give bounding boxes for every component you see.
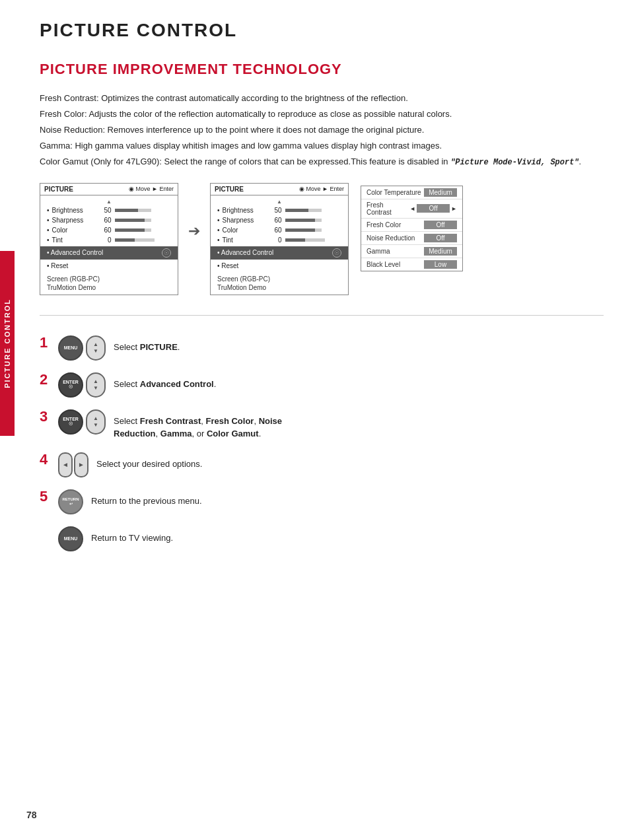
- scroll-button-2[interactable]: ▲ ▼: [86, 372, 106, 398]
- step-4-icons: ◄ ►: [58, 452, 88, 477]
- menu-row-reset-left: • Reset: [40, 261, 178, 271]
- screens-container: PICTURE ◉ Move ► Enter ▲ • Brightness 50…: [40, 183, 604, 295]
- screen-label-left: Screen (RGB-PC): [47, 275, 171, 283]
- trumotion-label-left: TruMotion Demo: [47, 283, 171, 292]
- trumotion-label-right: TruMotion Demo: [217, 283, 341, 292]
- step-final: 0 MENU Return to TV viewing.: [40, 526, 604, 551]
- picture-header-left: PICTURE ◉ Move ► Enter: [40, 184, 178, 195]
- step-3-text: Select Fresh Contrast, Fresh Color, Nois…: [114, 409, 282, 440]
- scroll-button-3[interactable]: ▲ ▼: [86, 409, 106, 435]
- picture-label-right: PICTURE: [215, 186, 244, 193]
- picture-footer-right: Screen (RGB-PC) TruMotion Demo: [211, 273, 348, 295]
- menu-button-final[interactable]: MENU: [58, 526, 83, 551]
- divider: [40, 315, 604, 316]
- desc-line3: Noise Reduction: Removes interference up…: [40, 123, 604, 137]
- step-final-icons: MENU: [58, 526, 83, 551]
- page-title: PICTURE CONTROL: [40, 20, 604, 41]
- step-1-text: Select PICTURE.: [114, 335, 180, 354]
- picture-body-left: ▲ • Brightness 50 • Sharpness 60: [40, 195, 178, 273]
- step-5: 5 RETURN↩ Return to the previous menu.: [40, 489, 604, 514]
- menu-row-color-left: • Color 60: [40, 225, 178, 235]
- section-title: PICTURE IMPROVEMENT TECHNOLOGY: [40, 61, 604, 78]
- step-5-text: Return to the previous menu.: [91, 489, 202, 508]
- settings-row-black-level: Black Level Low: [361, 258, 462, 271]
- advanced-control-left: • Advanced Control ☉: [40, 246, 178, 260]
- desc-line4: Gamma: High gamma values display whitish…: [40, 139, 604, 153]
- settings-row-fresh-contrast: Fresh Contrast ◄ Off ►: [361, 199, 462, 219]
- settings-row-fresh-color: Fresh Color Off: [361, 219, 462, 232]
- step-4-text: Select your desired options.: [96, 452, 202, 471]
- side-tab: PICTURE CONTROL: [0, 251, 15, 436]
- right-arrow-icon: ➔: [188, 223, 200, 240]
- right-arrow-icon: ►: [451, 205, 457, 212]
- screen-label-right: Screen (RGB-PC): [217, 275, 341, 283]
- enter-button-2[interactable]: ENTER☉: [58, 372, 83, 398]
- picture-menu-right: PICTURE ◉ Move ► Enter ▲ • Brightness 50…: [210, 183, 349, 295]
- move-label-right: ◉ Move ► Enter: [299, 186, 344, 192]
- triangle-left: ▲: [40, 198, 178, 205]
- scroll-button-1[interactable]: ▲ ▼: [86, 335, 106, 361]
- picture-header-right: PICTURE ◉ Move ► Enter: [211, 184, 348, 195]
- picture-footer-left: Screen (RGB-PC) TruMotion Demo: [40, 273, 178, 295]
- advanced-control-right: • Advanced Control ☉: [211, 246, 348, 260]
- step-number-1: 1: [40, 335, 50, 350]
- side-tab-text: PICTURE CONTROL: [3, 298, 11, 388]
- step-final-text: Return to TV viewing.: [91, 526, 173, 545]
- left-button-4[interactable]: ◄: [58, 452, 73, 477]
- step-4: 4 ◄ ► Select your desired options.: [40, 452, 604, 477]
- step-number-3: 3: [40, 409, 50, 424]
- desc-line2: Fresh Color: Adjusts the color of the re…: [40, 107, 604, 122]
- step-2-icons: ENTER☉ ▲ ▼: [58, 372, 106, 398]
- left-arrow-icon: ◄: [409, 205, 415, 212]
- picture-menu-left: PICTURE ◉ Move ► Enter ▲ • Brightness 50…: [40, 183, 178, 295]
- arrow-container: ➔: [185, 183, 203, 240]
- step-1-icons: MENU ▲ ▼: [58, 335, 106, 361]
- move-label-left: ◉ Move ► Enter: [129, 186, 174, 192]
- menu-row-brightness-left: • Brightness 50: [40, 205, 178, 215]
- settings-row-color-temp: Color Temperature Medium: [361, 186, 462, 199]
- menu-row-brightness-right: • Brightness 50: [211, 205, 348, 215]
- step-5-icons: RETURN↩: [58, 489, 83, 514]
- lr-buttons-4: ◄ ►: [58, 452, 88, 477]
- description-block: Fresh Contrast: Optimizes the contrast a…: [40, 91, 604, 170]
- menu-row-color-right: • Color 60: [211, 225, 348, 235]
- step-3-icons: ENTER☉ ▲ ▼: [58, 409, 106, 435]
- menu-row-tint-left: • Tint 0: [40, 235, 178, 245]
- step-2: 2 ENTER☉ ▲ ▼ Select Advanced Control.: [40, 372, 604, 398]
- desc-line5: Color Gamut (Only for 47LG90): Select th…: [40, 155, 604, 169]
- settings-row-gamma: Gamma Medium: [361, 245, 462, 258]
- step-number-4: 4: [40, 452, 50, 467]
- menu-row-reset-right: • Reset: [211, 261, 348, 271]
- settings-panel: Color Temperature Medium Fresh Contrast …: [361, 186, 463, 271]
- step-2-text: Select Advanced Control.: [114, 372, 216, 391]
- menu-row-tint-right: • Tint 0: [211, 235, 348, 245]
- step-number-5: 5: [40, 489, 50, 504]
- steps-section: 1 MENU ▲ ▼ Select PICTURE. 2 ENTER☉ ▲: [40, 329, 604, 551]
- step-1: 1 MENU ▲ ▼ Select PICTURE.: [40, 335, 604, 361]
- bold-italic-text: "Picture Mode-Vivid, Sport": [450, 158, 578, 167]
- triangle-right: ▲: [211, 198, 348, 205]
- enter-button-3[interactable]: ENTER☉: [58, 409, 83, 435]
- step-3: 3 ENTER☉ ▲ ▼ Select Fresh Contrast, Fres…: [40, 409, 604, 440]
- menu-row-sharpness-right: • Sharpness 60: [211, 215, 348, 225]
- page-number: 78: [26, 810, 37, 820]
- menu-row-sharpness-left: • Sharpness 60: [40, 215, 178, 225]
- return-button-5[interactable]: RETURN↩: [58, 489, 83, 514]
- menu-button-1[interactable]: MENU: [58, 335, 83, 361]
- picture-label-left: PICTURE: [44, 186, 73, 193]
- right-button-4[interactable]: ►: [74, 452, 88, 477]
- settings-row-noise-reduction: Noise Reduction Off: [361, 232, 462, 245]
- picture-body-right: ▲ • Brightness 50 • Sharpness 60 •: [211, 195, 348, 273]
- desc-line1: Fresh Contrast: Optimizes the contrast a…: [40, 91, 604, 106]
- step-number-2: 2: [40, 372, 50, 387]
